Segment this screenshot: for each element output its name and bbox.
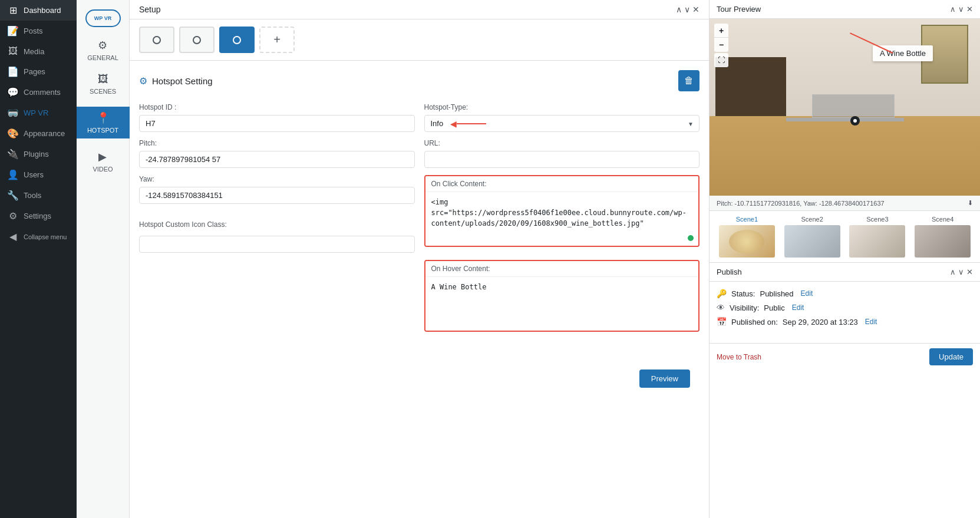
- scene-thumb-1[interactable]: Scene1: [714, 216, 780, 258]
- visibility-icon: 👁: [717, 303, 725, 312]
- sidebar-item-media[interactable]: 🖼 Media: [0, 41, 77, 61]
- scene1-thumbnail: [719, 225, 775, 258]
- sidebar-item-users[interactable]: 👤 Users: [0, 164, 77, 185]
- tour-chevron-down-icon[interactable]: ∨: [958, 5, 964, 14]
- pitch-label: Pitch:: [139, 139, 415, 147]
- room-table-glass: [812, 94, 895, 118]
- zoom-out-button[interactable]: −: [714, 38, 728, 52]
- sidebar-item-plugins[interactable]: 🔌 Plugins: [0, 144, 77, 164]
- url-input[interactable]: [424, 151, 700, 168]
- sub-sidebar-item-hotspot[interactable]: 📍 HOTSPOT: [77, 107, 130, 138]
- scene-tab-2[interactable]: [179, 27, 215, 53]
- room-table-surface: [786, 118, 904, 121]
- status-edit-link[interactable]: Edit: [801, 289, 813, 298]
- right-panel: Tour Preview ∧ ∨ ✕ + −: [709, 0, 980, 518]
- scene-thumb-2[interactable]: Scene2: [780, 216, 845, 258]
- sidebar-item-wpvr[interactable]: 🥽 WP VR: [0, 103, 77, 123]
- setup-header: Setup ∧ ∨ ✕: [130, 0, 709, 19]
- status-label: Status:: [731, 289, 755, 298]
- preview-hotspot-dot[interactable]: [850, 116, 860, 126]
- pitch-input[interactable]: [139, 151, 415, 168]
- hotspot-type-select-wrapper: Info URL Scene ◀: [424, 115, 700, 132]
- on-hover-content-inner: A Wine Bottle: [425, 277, 699, 331]
- hotspot-id-group: Hotspot ID :: [139, 103, 415, 132]
- scene4-label: Scene4: [932, 216, 953, 223]
- tour-chevron-up-icon[interactable]: ∧: [950, 5, 956, 14]
- status-icon: 🔑: [717, 289, 727, 298]
- sidebar-item-tools[interactable]: 🔧 Tools: [0, 185, 77, 206]
- scene-tab-add[interactable]: +: [259, 27, 295, 53]
- tour-preview-section: Tour Preview ∧ ∨ ✕ + −: [710, 0, 980, 263]
- on-click-textarea[interactable]: <img src="https://wordpress5f0406f1e00ee…: [425, 192, 699, 244]
- pitch-yaw-display: Pitch: -10.711517720931816, Yaw: -128.46…: [710, 196, 980, 211]
- click-hover-col: On Click Content: <img src="https://word…: [424, 175, 700, 339]
- chevron-down-icon[interactable]: ∨: [684, 5, 690, 14]
- visibility-edit-link[interactable]: Edit: [792, 303, 804, 312]
- fullscreen-button[interactable]: ⛶: [714, 53, 728, 67]
- hotspot-inner-dot: [853, 119, 857, 123]
- publish-header: Publish ∧ ∨ ✕: [710, 263, 980, 282]
- on-click-content-inner: <img src="https://wordpress5f0406f1e00ee…: [425, 192, 699, 246]
- yaw-group: Yaw: Hotspot Custom Icon Class:: [139, 175, 415, 339]
- hotspot-setting-panel: ⚙ Hotspot Setting 🗑 Hotspot ID : Hotspot…: [130, 61, 709, 407]
- sidebar: ⊞ Dashboard 📝 Posts 🖼 Media 📄 Pages 💬 Co…: [0, 0, 77, 518]
- move-to-trash-link[interactable]: Move to Trash: [717, 353, 761, 361]
- publish-chevron-down-icon[interactable]: ∨: [958, 268, 964, 276]
- scene-tab-1[interactable]: [139, 27, 174, 53]
- publish-visibility-row: 👁 Visibility: Public Edit: [717, 303, 973, 312]
- scene-thumb-4[interactable]: Scene4: [910, 216, 975, 258]
- close-icon[interactable]: ✕: [692, 5, 699, 14]
- zoom-controls: + −: [714, 24, 728, 52]
- tour-preview-title: Tour Preview: [717, 5, 761, 14]
- sidebar-item-pages[interactable]: 📄 Pages: [0, 61, 77, 82]
- hotspot-type-select[interactable]: Info URL Scene: [424, 115, 700, 132]
- collapse-icon: ◀: [7, 231, 19, 242]
- sidebar-item-appearance[interactable]: 🎨 Appearance: [0, 123, 77, 144]
- preview-btn-row: Preview: [139, 346, 699, 397]
- sidebar-item-settings[interactable]: ⚙ Settings: [0, 206, 77, 226]
- publish-close-icon[interactable]: ✕: [966, 268, 973, 276]
- scene4-thumbnail: [915, 225, 971, 258]
- publish-date-row: 📅 Published on: Sep 29, 2020 at 13:23 Ed…: [717, 317, 973, 326]
- preview-image-container: + − ⛶ A Wine Bottle: [710, 19, 980, 196]
- published-value: Sep 29, 2020 at 13:23: [783, 318, 858, 326]
- custom-icon-input[interactable]: [139, 236, 415, 253]
- sub-sidebar-item-video[interactable]: ▶ VIDEO: [93, 150, 113, 173]
- hotspot-type-label: Hotspot-Type:: [424, 103, 700, 111]
- delete-hotspot-button[interactable]: 🗑: [678, 70, 699, 91]
- hotspot-id-input[interactable]: [139, 115, 415, 132]
- plugins-icon: 🔌: [7, 149, 19, 160]
- sub-sidebar-item-scenes[interactable]: 🖼 SCENES: [90, 73, 116, 95]
- sub-sidebar-item-general[interactable]: ⚙ GENERAL: [87, 39, 118, 61]
- on-hover-textarea[interactable]: A Wine Bottle: [425, 277, 699, 329]
- zoom-in-button[interactable]: +: [714, 24, 728, 38]
- scene-thumb-3[interactable]: Scene3: [845, 216, 910, 258]
- sub-sidebar: WP VR ⚙ GENERAL 🖼 SCENES 📍 HOTSPOT ▶ VID…: [77, 0, 130, 518]
- sidebar-item-posts[interactable]: 📝 Posts: [0, 21, 77, 41]
- settings-icon: ⚙: [7, 210, 19, 222]
- setup-title: Setup: [139, 5, 161, 14]
- publish-panel: Publish ∧ ∨ ✕ 🔑 Status: Published Edit 👁…: [710, 263, 980, 518]
- video-icon: ▶: [98, 150, 107, 163]
- download-icon[interactable]: ⬇: [968, 199, 973, 207]
- on-hover-content-box: On Hover Content: A Wine Bottle: [424, 260, 700, 332]
- publish-chevron-up-icon[interactable]: ∧: [950, 268, 956, 276]
- click-content-dot: [688, 235, 694, 241]
- yaw-input[interactable]: [139, 187, 415, 204]
- tour-close-icon[interactable]: ✕: [966, 5, 973, 14]
- scene-tab-dot-1: [153, 36, 161, 44]
- chevron-up-icon[interactable]: ∧: [676, 5, 682, 14]
- sidebar-item-dashboard[interactable]: ⊞ Dashboard: [0, 0, 77, 21]
- visibility-label: Visibility:: [730, 303, 759, 312]
- dashboard-icon: ⊞: [7, 5, 19, 16]
- scene2-thumbnail: [784, 225, 840, 258]
- sidebar-item-comments[interactable]: 💬 Comments: [0, 82, 77, 103]
- publish-title: Publish: [717, 268, 742, 276]
- scene3-thumbnail: [849, 225, 905, 258]
- sidebar-item-collapse[interactable]: ◀ Collapse menu: [0, 226, 77, 247]
- scene-tab-3[interactable]: [219, 27, 255, 53]
- comments-icon: 💬: [7, 87, 19, 98]
- preview-button[interactable]: Preview: [639, 369, 690, 388]
- published-edit-link[interactable]: Edit: [865, 318, 877, 326]
- update-button[interactable]: Update: [929, 348, 973, 365]
